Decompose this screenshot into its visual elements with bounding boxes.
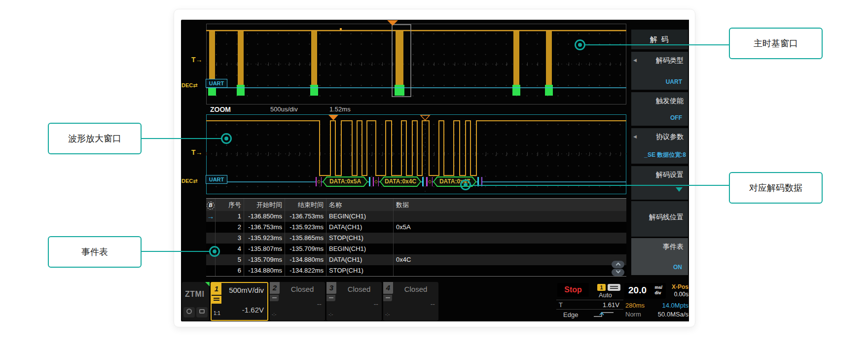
menu-item-label: 解码类型 xyxy=(656,56,684,65)
cell-end: -135.709ms xyxy=(285,244,326,254)
timebase-scale-box[interactable]: 20.0 ms/ div xyxy=(624,283,666,299)
table-row[interactable]: 5 -135.709ms -134.880ms DATA(CH1) 0x4C xyxy=(206,254,626,265)
x-position-label: X-Pos xyxy=(672,283,688,290)
callout-dot xyxy=(209,246,220,257)
coupling-icon xyxy=(270,295,279,301)
probe-ratio: -:- xyxy=(328,312,333,317)
menu-item-decode-line-position[interactable]: 解码线位置 xyxy=(631,201,688,237)
timebase-unit-top: ms/ xyxy=(654,285,662,290)
cell-name: DATA(CH1) xyxy=(326,222,394,233)
col-header-data: 数据 xyxy=(394,199,626,211)
main-bursts-path xyxy=(209,31,552,93)
channel-offset: -- xyxy=(317,300,322,308)
trigger-type-row[interactable]: Edge xyxy=(556,309,623,319)
acquire-mode: Norm xyxy=(625,311,641,318)
leader-line xyxy=(585,44,729,45)
x-position-value: 0.00s xyxy=(674,291,688,298)
cell-name: BEGIN(CH1) xyxy=(326,244,394,254)
annotated-oscilloscope-screenshot: T→ DEC⇄ UART ZOOM 500us/div 1.52ms T→ DE… xyxy=(0,0,868,350)
main-uart-badge: UART xyxy=(206,79,227,88)
timebase-scale: 20.0 xyxy=(628,285,647,296)
table-row[interactable]: 2 -136.753ms -135.923ms DATA(CH1) 0x5A xyxy=(206,222,626,233)
zoom-trigger-level-label: T→ xyxy=(191,148,203,156)
menu-item-decode-type[interactable]: ◀ 解码类型 UART xyxy=(631,52,688,90)
zoom-scale[interactable]: 500us/div xyxy=(270,105,298,113)
zoom-signal-path xyxy=(206,121,626,175)
x-position-box[interactable]: X-Pos 0.00s xyxy=(667,283,689,299)
main-decode-channel-label: DEC⇄ xyxy=(181,82,197,89)
row-marker-cell xyxy=(206,222,216,233)
trigger-level-row[interactable]: T 1.61V xyxy=(556,300,623,309)
cell-end: -136.753ms xyxy=(285,211,326,222)
sample-rate: 50.0MSa/s xyxy=(658,311,688,318)
cell-data: 0x4C xyxy=(394,254,626,265)
chevron-down-icon xyxy=(615,269,620,274)
trigger-source-badge[interactable]: 1 xyxy=(597,284,606,291)
touch-lock-icon[interactable] xyxy=(183,307,195,317)
gesture-icon[interactable] xyxy=(196,307,208,317)
cell-start: -135.923ms xyxy=(244,233,285,244)
run-state-button[interactable]: Stop xyxy=(557,283,589,297)
main-trigger-level-label: T→ xyxy=(191,56,203,64)
cell-end: -134.880ms xyxy=(285,254,326,265)
cell-data: 0x5A xyxy=(394,222,626,233)
memory-depth: 14.0Mpts xyxy=(662,302,688,309)
zoom-uart-badge: UART xyxy=(206,175,227,184)
cell-index: 3 xyxy=(216,233,244,244)
zoom-offset[interactable]: 1.52ms xyxy=(329,105,351,113)
col-header-name: 名称 xyxy=(326,199,394,211)
bus-icon: B xyxy=(207,202,215,210)
cell-index: 6 xyxy=(216,265,244,276)
dc-coupling-icon xyxy=(212,296,221,304)
trigger-sweep-mode[interactable]: Auto xyxy=(599,291,612,299)
channel-1-block[interactable]: 1 500mV/div -1.62V 1:1 xyxy=(211,282,268,321)
cell-index: 4 xyxy=(216,244,244,254)
table-scroll-down-button[interactable] xyxy=(612,269,624,276)
table-scroll-up-button[interactable] xyxy=(612,261,624,268)
horizontal-status-block: 20.0 ms/ div X-Pos 0.00s 280ms 14.0Mpts … xyxy=(624,283,689,319)
table-row[interactable]: 3 -135.923ms -135.865ms STOP(CH1) xyxy=(206,233,626,244)
zoom-title: ZOOM xyxy=(210,105,231,113)
uart-start-marker: ◇ xyxy=(427,177,433,186)
channel-state: Closed xyxy=(339,285,379,293)
event-table-header: B 序号 开始时间 结束时间 名称 数据 xyxy=(206,199,626,211)
cell-data xyxy=(394,265,626,276)
callout-dot xyxy=(575,39,585,50)
cell-name: BEGIN(CH1) xyxy=(326,211,394,222)
main-green-path xyxy=(208,85,553,96)
cell-index: 5 xyxy=(216,254,244,265)
channel-3-block[interactable]: 3 Closed -- -:- xyxy=(326,282,382,321)
table-row[interactable]: → 1 -136.850ms -136.753ms BEGIN(CH1) xyxy=(206,211,626,222)
channel-offset: -- xyxy=(374,300,378,308)
channel-offset: -1.62V xyxy=(242,306,264,314)
decode-bubble-text: DATA:0x5A xyxy=(323,176,368,187)
leader-line xyxy=(141,251,210,252)
table-row[interactable]: 4 -135.807ms -135.709ms BEGIN(CH1) xyxy=(206,244,626,254)
cell-end: -135.923ms xyxy=(285,222,326,233)
channel-2-block[interactable]: 2 Closed -- -:- xyxy=(270,282,325,321)
callout-main-timebase: 主时基窗口 xyxy=(729,28,823,59)
menu-item-event-table[interactable]: 事件表 ON xyxy=(631,238,688,275)
menu-item-protocol-params[interactable]: ◀ 协议参数 _SE 数据位宽:8 xyxy=(631,128,688,164)
trigger-position-marker[interactable] xyxy=(387,20,398,26)
menu-item-trigger-enable[interactable]: 触发使能 OFF xyxy=(631,92,688,126)
channel-3-tab: 3 xyxy=(326,282,336,294)
menu-item-decode-settings[interactable]: 解码设置 xyxy=(631,166,688,200)
channel-4-block[interactable]: 4 Closed -- -:- xyxy=(383,282,438,321)
cell-data xyxy=(394,244,626,254)
probe-ratio: -:- xyxy=(272,312,276,317)
menu-title: 解 码 xyxy=(631,30,688,49)
zoom-decode-channel-label: DEC⇄ xyxy=(181,178,197,184)
channel-offset: -- xyxy=(431,300,435,308)
col-header-index: 序号 xyxy=(216,199,244,211)
cell-name: STOP(CH1) xyxy=(326,233,394,244)
menu-item-label: 协议参数 xyxy=(656,133,684,141)
decode-bubble-text: DATA:0x4C xyxy=(380,176,421,187)
col-header-end: 结束时间 xyxy=(285,199,326,211)
menu-item-label: 解码线位置 xyxy=(649,213,684,222)
callout-event-table: 事件表 xyxy=(48,236,142,268)
uart-start-marker: ◇ xyxy=(373,177,379,186)
col-header-start: 开始时间 xyxy=(244,199,285,211)
table-row[interactable]: 6 -134.880ms -134.822ms STOP(CH1) xyxy=(206,265,626,276)
brand-logo-block: ZTMI xyxy=(182,282,209,321)
